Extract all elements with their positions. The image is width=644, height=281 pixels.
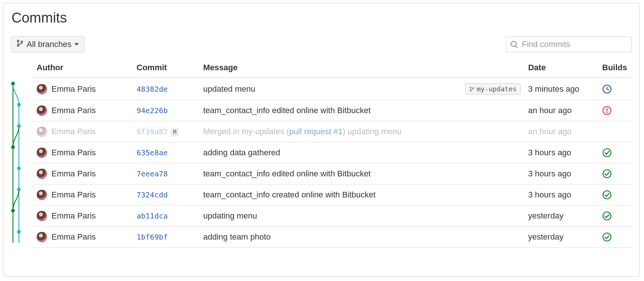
commit-date: an hour ago <box>524 100 598 121</box>
author-name[interactable]: Emma Paris <box>51 169 96 179</box>
search-icon <box>510 40 518 48</box>
commit-message[interactable]: Merged in my-updates (pull request #1) u… <box>203 127 402 136</box>
table-row: Emma Parisab11dcaupdating menuyesterday <box>33 206 632 227</box>
commit-message[interactable]: updated menu <box>203 84 255 94</box>
svg-point-1 <box>17 45 19 47</box>
svg-point-9 <box>17 188 21 192</box>
svg-point-14 <box>473 87 474 88</box>
commit-hash-link[interactable]: ab11dca <box>137 211 168 220</box>
svg-point-18 <box>606 112 607 113</box>
svg-point-21 <box>603 191 611 199</box>
avatar[interactable] <box>37 84 47 94</box>
page-title: Commits <box>11 10 632 26</box>
branch-selector-dropdown[interactable]: All branches <box>11 36 84 53</box>
author-name[interactable]: Emma Paris <box>51 211 96 221</box>
svg-point-5 <box>17 103 21 106</box>
build-success-icon[interactable] <box>602 148 612 158</box>
svg-point-2 <box>21 41 23 43</box>
build-success-icon[interactable] <box>602 169 612 179</box>
svg-point-22 <box>603 212 611 220</box>
svg-point-4 <box>11 82 15 85</box>
table-row: Emma Paris6f19a87MMerged in my-updates (… <box>33 121 632 142</box>
svg-point-11 <box>17 230 21 234</box>
commit-date: 3 hours ago <box>524 163 598 184</box>
branch-selector-label: All branches <box>27 40 71 49</box>
commit-hash-link[interactable]: 7324cdd <box>137 190 168 199</box>
svg-point-12 <box>470 87 471 88</box>
commit-message[interactable]: updating menu <box>203 211 257 221</box>
build-failed-icon[interactable] <box>602 106 612 115</box>
commit-message[interactable]: team_contact_info edited online with Bit… <box>203 106 371 115</box>
table-row: Emma Paris1bf69bfadding team photoyester… <box>33 227 632 248</box>
author-name[interactable]: Emma Paris <box>51 106 96 115</box>
avatar[interactable] <box>37 190 47 200</box>
commit-date: an hour ago <box>524 121 598 142</box>
commit-date: 3 hours ago <box>524 142 598 163</box>
commit-message[interactable]: team_contact_info created online with Bi… <box>203 190 376 200</box>
commit-message[interactable]: adding team photo <box>203 232 271 242</box>
search-commits-input[interactable] <box>521 39 628 50</box>
commit-message[interactable]: adding data gathered <box>203 148 280 158</box>
build-success-icon[interactable] <box>602 211 612 221</box>
branch-tag-label: my-updates <box>477 85 517 93</box>
svg-point-8 <box>17 166 21 170</box>
table-row: Emma Paris7eeea78team_contact_info edite… <box>33 163 632 184</box>
commit-date: 3 minutes ago <box>524 78 598 100</box>
author-name[interactable]: Emma Paris <box>51 148 96 158</box>
chevron-down-icon <box>74 42 79 47</box>
avatar[interactable] <box>37 105 47 116</box>
avatar[interactable] <box>37 211 47 221</box>
col-header-commit: Commit <box>133 60 199 78</box>
branch-tag[interactable]: my-updates <box>465 83 521 95</box>
col-header-message: Message <box>199 60 524 78</box>
col-header-date: Date <box>524 60 598 78</box>
table-row: Emma Paris48382deupdated menumy-updates3… <box>33 78 632 100</box>
svg-point-19 <box>603 149 611 157</box>
svg-point-20 <box>603 170 611 178</box>
author-name[interactable]: Emma Paris <box>51 190 96 200</box>
author-name[interactable]: Emma Paris <box>51 84 96 94</box>
commit-date: yesterday <box>524 206 598 227</box>
branch-icon <box>16 40 24 49</box>
svg-point-13 <box>470 90 471 91</box>
commit-hash-link[interactable]: 94e226b <box>137 106 168 115</box>
avatar[interactable] <box>37 148 47 158</box>
author-name[interactable]: Emma Paris <box>51 232 96 242</box>
avatar[interactable] <box>37 169 47 179</box>
table-row: Emma Paris635e8aeadding data gathered3 h… <box>33 142 632 163</box>
commit-hash-link[interactable]: 635e8ae <box>137 148 168 157</box>
avatar[interactable] <box>37 126 47 137</box>
commit-hash-link[interactable]: 1bf69bf <box>137 233 168 241</box>
commit-hash-link[interactable]: 7eeea78 <box>137 169 168 178</box>
author-name[interactable]: Emma Paris <box>51 127 96 136</box>
pull-request-link[interactable]: pull request #1 <box>289 127 342 136</box>
build-success-icon[interactable] <box>602 190 612 200</box>
commit-date: 3 hours ago <box>524 184 598 206</box>
commit-date: yesterday <box>524 227 598 248</box>
table-row: Emma Paris7324cddteam_contact_info creat… <box>33 184 632 206</box>
commit-hash-link[interactable]: 48382de <box>137 85 168 94</box>
merge-badge: M <box>171 128 179 136</box>
search-commits-wrap[interactable] <box>506 37 632 52</box>
svg-point-7 <box>11 145 15 149</box>
avatar[interactable] <box>37 232 47 242</box>
col-header-builds: Builds <box>598 60 632 78</box>
commit-hash-link[interactable]: 6f19a87 <box>137 127 168 136</box>
commit-message[interactable]: team_contact_info edited online with Bit… <box>203 169 371 179</box>
svg-point-0 <box>17 40 19 42</box>
commits-table: Author Commit Message Date Builds Emma P… <box>33 60 632 248</box>
svg-point-23 <box>603 233 611 241</box>
svg-point-10 <box>11 209 15 213</box>
table-row: Emma Paris94e226bteam_contact_info edite… <box>33 100 632 121</box>
svg-point-6 <box>17 124 21 128</box>
col-header-author: Author <box>33 60 133 78</box>
svg-point-3 <box>511 41 516 47</box>
build-pending-icon[interactable] <box>602 84 612 94</box>
build-success-icon[interactable] <box>602 232 612 242</box>
